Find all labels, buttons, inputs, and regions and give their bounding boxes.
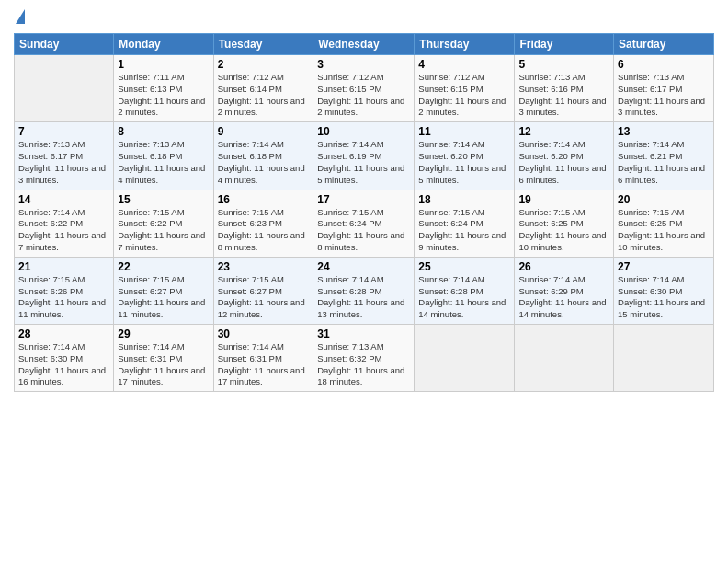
day-info: Sunrise: 7:14 AMSunset: 6:22 PMDaylight:… [18, 207, 109, 254]
day-cell: 22Sunrise: 7:15 AMSunset: 6:27 PMDayligh… [114, 257, 213, 324]
day-info: Sunrise: 7:14 AMSunset: 6:31 PMDaylight:… [218, 341, 310, 388]
day-number: 11 [418, 125, 510, 138]
day-info: Sunrise: 7:12 AMSunset: 6:15 PMDaylight:… [317, 72, 410, 119]
day-info: Sunrise: 7:14 AMSunset: 6:30 PMDaylight:… [618, 274, 710, 321]
day-header-wednesday: Wednesday [313, 34, 415, 55]
logo-triangle-icon [16, 9, 25, 24]
day-cell: 21Sunrise: 7:15 AMSunset: 6:26 PMDayligh… [15, 257, 114, 324]
day-number: 7 [18, 125, 109, 138]
day-number: 2 [218, 58, 310, 71]
day-cell: 5Sunrise: 7:13 AMSunset: 6:16 PMDaylight… [515, 55, 614, 122]
week-row-2: 7Sunrise: 7:13 AMSunset: 6:17 PMDaylight… [15, 122, 714, 190]
day-info: Sunrise: 7:12 AMSunset: 6:15 PMDaylight:… [418, 72, 510, 119]
day-cell: 30Sunrise: 7:14 AMSunset: 6:31 PMDayligh… [213, 325, 313, 392]
day-number: 13 [618, 125, 710, 138]
day-info: Sunrise: 7:15 AMSunset: 6:27 PMDaylight:… [118, 274, 209, 321]
day-number: 18 [418, 193, 510, 206]
day-number: 5 [518, 58, 609, 71]
day-number: 29 [118, 327, 209, 340]
day-number: 15 [118, 193, 209, 206]
day-cell: 7Sunrise: 7:13 AMSunset: 6:17 PMDaylight… [15, 122, 114, 190]
day-info: Sunrise: 7:14 AMSunset: 6:29 PMDaylight:… [518, 274, 609, 321]
day-number: 27 [618, 260, 710, 273]
page-container: SundayMondayTuesdayWednesdayThursdayFrid… [0, 0, 728, 396]
header-row: SundayMondayTuesdayWednesdayThursdayFrid… [15, 34, 714, 55]
day-number: 6 [618, 58, 710, 71]
logo [14, 9, 25, 26]
day-number: 20 [618, 193, 710, 206]
day-info: Sunrise: 7:15 AMSunset: 6:24 PMDaylight:… [418, 207, 510, 254]
day-cell: 17Sunrise: 7:15 AMSunset: 6:24 PMDayligh… [313, 190, 415, 257]
day-number: 23 [218, 260, 310, 273]
day-info: Sunrise: 7:11 AMSunset: 6:13 PMDaylight:… [118, 72, 209, 119]
day-number: 28 [18, 327, 109, 340]
day-info: Sunrise: 7:13 AMSunset: 6:17 PMDaylight:… [18, 139, 109, 186]
day-number: 1 [118, 58, 209, 71]
day-header-thursday: Thursday [415, 34, 515, 55]
day-info: Sunrise: 7:14 AMSunset: 6:20 PMDaylight:… [418, 139, 510, 186]
day-header-tuesday: Tuesday [213, 34, 313, 55]
day-info: Sunrise: 7:13 AMSunset: 6:17 PMDaylight:… [618, 72, 710, 119]
day-cell: 13Sunrise: 7:14 AMSunset: 6:21 PMDayligh… [614, 122, 714, 190]
day-number: 25 [418, 260, 510, 273]
day-info: Sunrise: 7:13 AMSunset: 6:18 PMDaylight:… [118, 139, 209, 186]
day-info: Sunrise: 7:13 AMSunset: 6:32 PMDaylight:… [317, 341, 410, 388]
day-number: 14 [18, 193, 109, 206]
day-info: Sunrise: 7:15 AMSunset: 6:24 PMDaylight:… [317, 207, 410, 254]
day-cell: 18Sunrise: 7:15 AMSunset: 6:24 PMDayligh… [415, 190, 515, 257]
day-cell: 19Sunrise: 7:15 AMSunset: 6:25 PMDayligh… [515, 190, 614, 257]
day-info: Sunrise: 7:15 AMSunset: 6:27 PMDaylight:… [218, 274, 310, 321]
day-cell: 25Sunrise: 7:14 AMSunset: 6:28 PMDayligh… [415, 257, 515, 324]
day-info: Sunrise: 7:14 AMSunset: 6:21 PMDaylight:… [618, 139, 710, 186]
day-info: Sunrise: 7:14 AMSunset: 6:28 PMDaylight:… [418, 274, 510, 321]
week-row-5: 28Sunrise: 7:14 AMSunset: 6:30 PMDayligh… [15, 325, 714, 392]
day-info: Sunrise: 7:14 AMSunset: 6:18 PMDaylight:… [218, 139, 310, 186]
day-header-friday: Friday [515, 34, 614, 55]
day-cell: 20Sunrise: 7:15 AMSunset: 6:25 PMDayligh… [614, 190, 714, 257]
day-cell: 11Sunrise: 7:14 AMSunset: 6:20 PMDayligh… [415, 122, 515, 190]
day-cell: 8Sunrise: 7:13 AMSunset: 6:18 PMDaylight… [114, 122, 213, 190]
day-info: Sunrise: 7:15 AMSunset: 6:23 PMDaylight:… [218, 207, 310, 254]
week-row-1: 1Sunrise: 7:11 AMSunset: 6:13 PMDaylight… [15, 55, 714, 122]
calendar-table: SundayMondayTuesdayWednesdayThursdayFrid… [14, 33, 714, 392]
day-cell: 2Sunrise: 7:12 AMSunset: 6:14 PMDaylight… [213, 55, 313, 122]
day-info: Sunrise: 7:12 AMSunset: 6:14 PMDaylight:… [218, 72, 310, 119]
day-cell [15, 55, 114, 122]
day-number: 19 [518, 193, 609, 206]
day-info: Sunrise: 7:14 AMSunset: 6:19 PMDaylight:… [317, 139, 410, 186]
day-number: 31 [317, 327, 410, 340]
day-header-saturday: Saturday [614, 34, 714, 55]
day-number: 10 [317, 125, 410, 138]
day-info: Sunrise: 7:15 AMSunset: 6:26 PMDaylight:… [18, 274, 109, 321]
day-cell: 1Sunrise: 7:11 AMSunset: 6:13 PMDaylight… [114, 55, 213, 122]
day-cell: 16Sunrise: 7:15 AMSunset: 6:23 PMDayligh… [213, 190, 313, 257]
day-info: Sunrise: 7:14 AMSunset: 6:20 PMDaylight:… [518, 139, 609, 186]
day-cell: 3Sunrise: 7:12 AMSunset: 6:15 PMDaylight… [313, 55, 415, 122]
day-cell: 24Sunrise: 7:14 AMSunset: 6:28 PMDayligh… [313, 257, 415, 324]
day-cell: 4Sunrise: 7:12 AMSunset: 6:15 PMDaylight… [415, 55, 515, 122]
day-number: 12 [518, 125, 609, 138]
day-info: Sunrise: 7:15 AMSunset: 6:25 PMDaylight:… [618, 207, 710, 254]
day-cell: 6Sunrise: 7:13 AMSunset: 6:17 PMDaylight… [614, 55, 714, 122]
day-cell: 23Sunrise: 7:15 AMSunset: 6:27 PMDayligh… [213, 257, 313, 324]
day-number: 4 [418, 58, 510, 71]
day-cell: 14Sunrise: 7:14 AMSunset: 6:22 PMDayligh… [15, 190, 114, 257]
day-number: 3 [317, 58, 410, 71]
week-row-3: 14Sunrise: 7:14 AMSunset: 6:22 PMDayligh… [15, 190, 714, 257]
day-info: Sunrise: 7:14 AMSunset: 6:28 PMDaylight:… [317, 274, 410, 321]
day-number: 30 [218, 327, 310, 340]
week-row-4: 21Sunrise: 7:15 AMSunset: 6:26 PMDayligh… [15, 257, 714, 324]
day-cell: 9Sunrise: 7:14 AMSunset: 6:18 PMDaylight… [213, 122, 313, 190]
day-cell [415, 325, 515, 392]
day-cell [515, 325, 614, 392]
day-cell: 15Sunrise: 7:15 AMSunset: 6:22 PMDayligh… [114, 190, 213, 257]
day-header-monday: Monday [114, 34, 213, 55]
day-number: 8 [118, 125, 209, 138]
day-cell: 28Sunrise: 7:14 AMSunset: 6:30 PMDayligh… [15, 325, 114, 392]
header [14, 9, 714, 26]
day-number: 9 [218, 125, 310, 138]
day-cell: 12Sunrise: 7:14 AMSunset: 6:20 PMDayligh… [515, 122, 614, 190]
day-info: Sunrise: 7:14 AMSunset: 6:30 PMDaylight:… [18, 341, 109, 388]
day-number: 22 [118, 260, 209, 273]
day-number: 24 [317, 260, 410, 273]
